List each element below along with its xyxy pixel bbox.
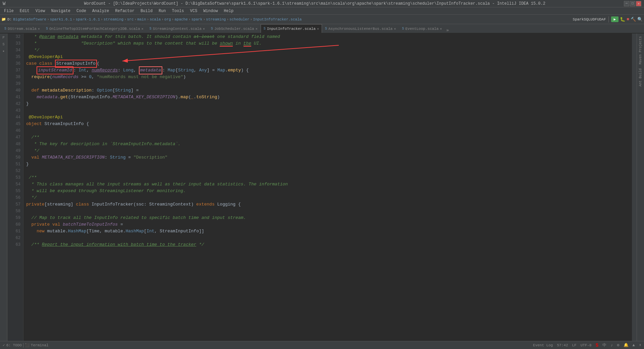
toolbar-search[interactable]: 🔍 [637, 17, 643, 22]
status-icon-5[interactable]: 🔔 [624, 343, 629, 348]
breadcrumb-scala[interactable]: scala [150, 17, 161, 21]
todo-label: 6: TODO [6, 343, 22, 347]
breadcrumb-inputinfotracker[interactable]: InputInfoTracker.scala [253, 17, 302, 21]
tab-close-online[interactable]: ✕ [142, 27, 144, 31]
code-line-42: } [26, 101, 632, 107]
line-36: 36 [9, 60, 20, 67]
breadcrumb-org[interactable]: org [164, 17, 171, 21]
code-line-38: require(numRecords >= 0, "numRecords mus… [26, 74, 632, 80]
minimize-button[interactable]: ─ [624, 1, 629, 6]
menu-refactor[interactable]: Refactor [112, 8, 137, 14]
event-log[interactable]: Event Log [533, 343, 553, 347]
code-line-34: */ [26, 47, 632, 54]
tab-jobscheduler[interactable]: S JobScheduler.scala ✕ [208, 24, 261, 33]
line-53: 53 [9, 174, 20, 181]
close-button[interactable]: ✕ [636, 1, 641, 6]
tab-icon-asynclistenerbus: S [325, 27, 327, 31]
menu-file[interactable]: File [1, 8, 16, 14]
toolbar-icon-debug[interactable]: 🐛 [620, 17, 625, 22]
breadcrumb-scheduler[interactable]: scheduler [229, 17, 249, 21]
tab-close-streamingcontext[interactable]: ✕ [203, 27, 205, 31]
tab-dstream[interactable]: S DStream.scala ✕ [1, 24, 43, 33]
toolbar-icon-stop[interactable]: ■ [627, 17, 629, 22]
status-lf[interactable]: LF [572, 343, 577, 347]
tabs-bar: S DStream.scala ✕ S OnlineTheTop3ItemFor… [0, 24, 644, 34]
scrollbar[interactable] [632, 34, 637, 341]
breadcrumb-spark[interactable]: spark-1.6.1 [75, 17, 100, 21]
todo-tab[interactable]: ✓ 6: TODO [3, 343, 22, 347]
code-line-59: // Map to track all the InputInfo relate… [26, 215, 632, 221]
bottom-status-bar: ✓ 6: TODO ⬛ Terminal Event Log 57:42 LF … [0, 341, 644, 349]
toolbar-right: SparkSQLUDFUDAF ▶ 🐛 ■ 🔨 🔍 [573, 16, 643, 22]
status-icon-7[interactable]: ⬆ [639, 343, 641, 348]
terminal-tab[interactable]: ⬛ Terminal [25, 343, 49, 347]
line-57: 57 [9, 201, 20, 208]
toolbar-project-name[interactable]: SparkSQLUDFUDAF [573, 17, 606, 21]
menu-analyze[interactable]: Analyze [90, 8, 112, 14]
line-52: 52 [9, 168, 20, 174]
breadcrumb-spark161[interactable]: spark1.6.1 [50, 17, 72, 21]
code-line-46 [26, 127, 632, 134]
breadcrumb-main[interactable]: main [137, 17, 146, 21]
tab-close-asynclistenerbus[interactable]: ✕ [394, 27, 396, 31]
menu-navigate[interactable]: Navigate [48, 8, 73, 14]
code-content[interactable]: * @param metadata metadata for this batc… [23, 34, 632, 341]
menu-edit[interactable]: Edit [17, 8, 32, 14]
breadcrumb-apache[interactable]: apache [174, 17, 188, 21]
tab-inputinfotracker[interactable]: S InputInfoTracker.scala ✕ [261, 24, 322, 33]
tab-close-inputinfotracker[interactable]: ✕ [317, 27, 319, 31]
menu-window[interactable]: Window [201, 8, 220, 14]
breadcrumb-streaming[interactable]: streaming [104, 17, 123, 21]
line-47: 47 [9, 134, 20, 141]
line-40: 40 [9, 87, 20, 94]
status-encoding[interactable]: UTF-8 [581, 343, 592, 347]
status-icon-6[interactable]: ▲ [633, 343, 635, 348]
status-icon-4[interactable]: ⚙ [617, 343, 619, 348]
right-gutter: Maven Projects Ant Build [637, 34, 644, 341]
maximize-button[interactable]: □ [630, 1, 635, 6]
menu-vcs[interactable]: VCS [187, 8, 200, 14]
line-59: 59 [9, 215, 20, 221]
menu-view[interactable]: View [33, 8, 48, 14]
sidebar-structure-icon[interactable]: S [1, 42, 6, 47]
code-line-33: * "Description" which maps to the conten… [26, 40, 632, 47]
ant-build-label[interactable]: Ant Build [638, 67, 643, 88]
app-icon: W [3, 1, 5, 6]
tab-close-eventloop[interactable]: ✕ [440, 27, 442, 31]
code-line-37: inputStreamId: Int, numRecords: Long, me… [26, 67, 632, 74]
line-48: 48 [9, 141, 20, 148]
maven-projects-label[interactable]: Maven Projects [638, 35, 643, 66]
menu-run[interactable]: Run [156, 8, 169, 14]
tab-online[interactable]: S OnlineTheTop3ItemForEachCategory2DB.sc… [43, 24, 147, 33]
code-line-51: } [26, 161, 632, 168]
menu-tools[interactable]: Tools [169, 8, 187, 14]
tab-close-dstream[interactable]: ✕ [38, 27, 40, 31]
tab-asynclistenerbus[interactable]: S AsynchronousListenerBus.scala ✕ [322, 24, 399, 33]
toolbar-project-icon: 📁 [1, 17, 6, 21]
tab-close-jobscheduler[interactable]: ✕ [256, 27, 258, 31]
ime-icon[interactable]: S [596, 343, 598, 348]
breadcrumb-src[interactable]: src [127, 17, 134, 21]
menu-help[interactable]: Help [221, 8, 236, 14]
line-50: 50 [9, 154, 20, 161]
menu-code[interactable]: Code [74, 8, 89, 14]
title-text: WordCount - [D:\IdeaProjects\WordCount] … [5, 1, 624, 6]
status-icon-3[interactable]: ♪ [610, 343, 613, 348]
code-line-57: private[streaming] class InputInfoTracke… [26, 201, 632, 208]
title-bar: W WordCount - [D:\IdeaProjects\WordCount… [0, 0, 644, 7]
code-line-49: */ [26, 148, 632, 154]
toolbar-icon-build[interactable]: 🔨 [631, 17, 636, 22]
sidebar-project-icon[interactable]: P [1, 35, 6, 40]
menu-build[interactable]: Build [138, 8, 155, 14]
breadcrumb-bigdata[interactable]: BigDataSoftware [13, 17, 46, 21]
tab-eventloop[interactable]: S EventLoop.scala ✕ [399, 24, 445, 33]
line-62: 62 [9, 235, 20, 241]
tab-streamingcontext[interactable]: S StreamingContext.scala ✕ [147, 24, 208, 33]
line-45: 45 [9, 121, 20, 127]
sidebar-favorites-icon[interactable]: ★ [1, 48, 6, 54]
breadcrumb-spark2[interactable]: spark [191, 17, 202, 21]
breadcrumb-streaming2[interactable]: streaming [206, 17, 226, 21]
tab-overflow[interactable]: » [446, 28, 449, 33]
run-button[interactable]: ▶ [611, 16, 619, 22]
status-icon-2[interactable]: 中 [602, 342, 606, 348]
